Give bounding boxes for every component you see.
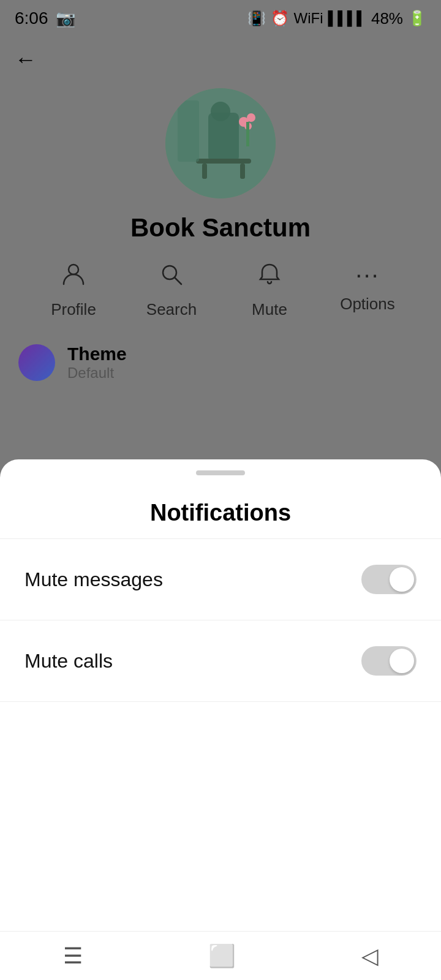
nav-menu-icon[interactable]: ☰ xyxy=(63,943,83,969)
search-action[interactable]: Search xyxy=(123,261,221,319)
svg-rect-7 xyxy=(196,159,251,164)
mute-calls-knob xyxy=(390,649,414,673)
battery-icon: 🔋 xyxy=(408,10,426,27)
person-icon xyxy=(60,261,87,294)
status-bar: 6:06 📷 📳 ⏰ WiFi ▌▌▌▌ 48% 🔋 xyxy=(0,0,441,37)
sheet-title: Notifications xyxy=(150,500,291,526)
battery-display: 48% xyxy=(371,9,403,28)
theme-subtitle: Default xyxy=(67,364,127,382)
nav-back-icon[interactable]: ◁ xyxy=(361,943,379,969)
theme-title: Theme xyxy=(67,344,127,364)
nav-home-icon[interactable]: ⬜ xyxy=(208,943,236,969)
svg-rect-9 xyxy=(240,164,245,179)
svg-point-11 xyxy=(69,265,78,274)
notifications-sheet: Notifications Mute messages Mute calls xyxy=(0,459,441,980)
signal-icon: ▌▌▌▌ xyxy=(328,10,366,26)
vibrate-icon: 📳 xyxy=(247,10,266,27)
bell-icon xyxy=(256,261,283,294)
group-name: Book Sanctum xyxy=(130,213,311,243)
back-button[interactable]: ← xyxy=(0,37,51,82)
mute-messages-toggle[interactable] xyxy=(361,565,417,594)
action-row: Profile Search Mute ··· xyxy=(0,261,441,319)
mute-messages-knob xyxy=(390,567,414,592)
theme-text: Theme Default xyxy=(67,344,127,382)
profile-action[interactable]: Profile xyxy=(24,261,123,319)
mute-label: Mute xyxy=(252,300,287,319)
background-overlay: 6:06 📷 📳 ⏰ WiFi ▌▌▌▌ 48% 🔋 ← xyxy=(0,0,441,478)
search-icon xyxy=(158,261,185,294)
svg-point-2 xyxy=(211,102,230,121)
svg-rect-10 xyxy=(178,100,199,162)
mute-action[interactable]: Mute xyxy=(221,261,318,319)
svg-line-13 xyxy=(175,277,181,284)
mute-messages-row: Mute messages xyxy=(0,539,441,620)
group-avatar xyxy=(165,88,276,198)
svg-rect-6 xyxy=(246,122,249,146)
search-label: Search xyxy=(146,300,197,319)
mute-calls-label: Mute calls xyxy=(24,650,113,673)
time-display: 6:06 xyxy=(15,9,48,28)
instagram-icon: 📷 xyxy=(56,9,75,28)
mute-messages-label: Mute messages xyxy=(24,568,163,591)
theme-color-circle xyxy=(18,344,55,381)
mute-calls-row: Mute calls xyxy=(0,620,441,701)
status-right: 📳 ⏰ WiFi ▌▌▌▌ 48% 🔋 xyxy=(247,9,426,28)
divider-bottom xyxy=(0,701,441,702)
alarm-icon: ⏰ xyxy=(271,10,289,27)
options-label: Options xyxy=(340,295,395,314)
mute-calls-toggle[interactable] xyxy=(361,646,417,676)
more-icon: ··· xyxy=(355,261,379,288)
profile-label: Profile xyxy=(51,300,96,319)
drag-handle[interactable] xyxy=(196,470,245,475)
svg-rect-8 xyxy=(202,164,207,179)
theme-row[interactable]: Theme Default xyxy=(0,331,441,394)
status-left: 6:06 📷 xyxy=(15,9,75,28)
options-action[interactable]: ··· Options xyxy=(318,261,417,319)
wifi-icon: WiFi xyxy=(294,10,323,27)
svg-point-4 xyxy=(247,113,255,122)
nav-bar: ☰ ⬜ ◁ xyxy=(0,931,441,980)
